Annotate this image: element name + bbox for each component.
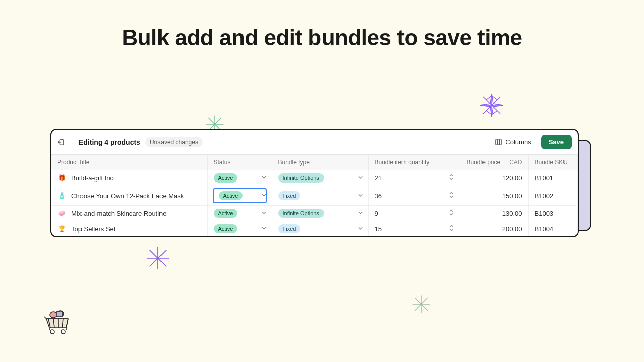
stepper-icon[interactable] bbox=[449, 192, 454, 200]
product-thumb-icon: 🎁 bbox=[57, 173, 66, 183]
chevron-down-icon bbox=[358, 210, 363, 217]
quantity-input[interactable]: 21 bbox=[368, 170, 458, 186]
page-headline: Bulk add and edit bundles to save time bbox=[0, 25, 644, 50]
chevron-down-icon bbox=[358, 192, 363, 200]
product-title-cell[interactable]: 🎁 Build-a-gift trio bbox=[51, 170, 207, 186]
chevron-down-icon bbox=[261, 192, 267, 200]
save-button[interactable]: Save bbox=[541, 135, 572, 149]
product-title: Build-a-gift trio bbox=[71, 174, 114, 182]
table-row: 🧴 Choose Your Own 12-Pack Face Mask Acti… bbox=[51, 186, 578, 206]
type-badge: Fixed bbox=[278, 191, 301, 200]
bundle-type-select[interactable]: Fixed bbox=[272, 186, 368, 206]
quantity-value: 21 bbox=[375, 174, 382, 182]
product-title: Top Sellers Set bbox=[71, 225, 115, 233]
product-title-cell[interactable]: 🏆 Top Sellers Set bbox=[51, 221, 207, 237]
price-cell[interactable]: 120.00 bbox=[458, 170, 528, 186]
col-header-title: Product title bbox=[51, 155, 207, 170]
columns-button[interactable]: Columns bbox=[490, 135, 536, 149]
sparkle-icon bbox=[146, 246, 170, 270]
columns-icon bbox=[495, 138, 502, 146]
price-cell[interactable]: 200.00 bbox=[458, 221, 528, 237]
sku-cell[interactable]: B1003 bbox=[528, 206, 578, 221]
bundle-type-select[interactable]: Fixed bbox=[272, 221, 368, 237]
bundle-type-select[interactable]: Infinite Options bbox=[272, 170, 368, 186]
chevron-down-icon bbox=[261, 210, 267, 217]
col-header-qty: Bundle item quantity bbox=[368, 155, 458, 170]
quantity-input[interactable]: 9 bbox=[368, 206, 458, 221]
quantity-input[interactable]: 15 bbox=[368, 221, 458, 237]
exit-icon[interactable] bbox=[57, 135, 71, 149]
stepper-icon[interactable] bbox=[449, 225, 454, 233]
sku-cell[interactable]: B1002 bbox=[528, 186, 578, 206]
col-header-status: Status bbox=[207, 155, 272, 170]
bulk-editor-card: Editing 4 products Unsaved changes Colum… bbox=[50, 129, 579, 237]
col-header-type: Bundle type bbox=[272, 155, 368, 170]
quantity-value: 9 bbox=[375, 210, 378, 217]
status-badge: Active bbox=[219, 191, 243, 200]
status-select[interactable]: Active bbox=[207, 186, 272, 206]
status-badge: Active bbox=[214, 173, 238, 183]
card-header: Editing 4 products Unsaved changes Colum… bbox=[51, 130, 578, 155]
stepper-icon[interactable] bbox=[449, 174, 454, 183]
chevron-down-icon bbox=[261, 225, 267, 233]
col-header-sku: Bundle SKU bbox=[528, 155, 578, 170]
table-row: 🧼 Mix-and-match Skincare Routine Active … bbox=[51, 206, 578, 221]
sku-cell[interactable]: B1004 bbox=[528, 221, 578, 237]
price-cell[interactable]: 130.00 bbox=[458, 206, 528, 221]
bundle-table: Product title Status Bundle type Bundle … bbox=[51, 155, 578, 236]
status-badge: Active bbox=[214, 209, 238, 218]
product-title: Mix-and-match Skincare Routine bbox=[71, 210, 167, 217]
unsaved-changes-badge: Unsaved changes bbox=[145, 137, 203, 147]
quantity-input[interactable]: 36 bbox=[368, 186, 458, 206]
product-title-cell[interactable]: 🧼 Mix-and-match Skincare Routine bbox=[51, 206, 207, 221]
stepper-icon[interactable] bbox=[449, 209, 454, 218]
chevron-down-icon bbox=[358, 174, 363, 182]
chevron-down-icon bbox=[358, 225, 363, 233]
status-select[interactable]: Active bbox=[207, 170, 272, 186]
product-thumb-icon: 🧴 bbox=[57, 191, 66, 200]
svg-point-4 bbox=[50, 312, 57, 318]
type-badge: Fixed bbox=[278, 224, 301, 233]
sparkle-icon bbox=[479, 93, 504, 118]
svg-point-2 bbox=[50, 330, 54, 334]
price-cell[interactable]: 150.00 bbox=[458, 186, 528, 206]
product-thumb-icon: 🏆 bbox=[57, 224, 66, 233]
status-badge: Active bbox=[214, 224, 238, 233]
sparkle-icon bbox=[412, 295, 431, 314]
sku-cell[interactable]: B1001 bbox=[528, 170, 578, 186]
table-row: 🎁 Build-a-gift trio Active Infinite Opti… bbox=[51, 170, 578, 186]
shopping-cart-doodle-icon bbox=[42, 308, 73, 337]
type-badge: Infinite Options bbox=[278, 209, 324, 218]
svg-rect-1 bbox=[496, 139, 501, 145]
product-title: Choose Your Own 12-Pack Face Mask bbox=[71, 192, 184, 200]
svg-rect-6 bbox=[56, 312, 62, 317]
quantity-value: 15 bbox=[375, 225, 382, 233]
col-header-price: Bundle priceCAD bbox=[458, 155, 528, 170]
status-select[interactable]: Active bbox=[207, 221, 272, 237]
type-badge: Infinite Options bbox=[278, 173, 324, 183]
product-thumb-icon: 🧼 bbox=[57, 209, 66, 218]
table-row: 🏆 Top Sellers Set Active Fixed 15 200.00… bbox=[51, 221, 578, 237]
product-title-cell[interactable]: 🧴 Choose Your Own 12-Pack Face Mask bbox=[51, 186, 207, 206]
bundle-type-select[interactable]: Infinite Options bbox=[272, 206, 368, 221]
quantity-value: 36 bbox=[375, 192, 382, 200]
editing-title: Editing 4 products bbox=[78, 138, 140, 146]
columns-label: Columns bbox=[505, 138, 531, 146]
svg-point-3 bbox=[61, 330, 65, 334]
status-select[interactable]: Active bbox=[207, 206, 272, 221]
chevron-down-icon bbox=[261, 174, 267, 182]
